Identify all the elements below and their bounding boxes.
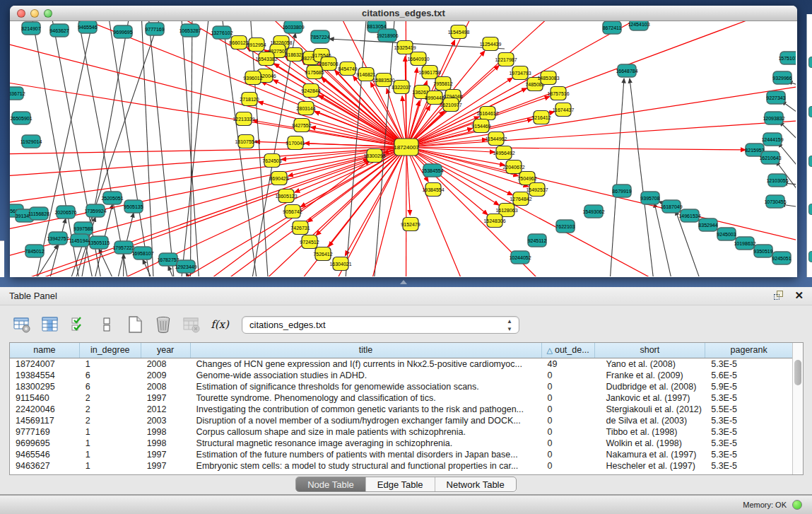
column-header-out_de[interactable]: △out_de... xyxy=(542,343,595,358)
graph-node[interactable]: 8427552 xyxy=(292,119,311,132)
graph-node[interactable]: 9175685 xyxy=(305,66,324,79)
graph-node[interactable]: 8454749 xyxy=(338,62,357,76)
graph-node[interactable]: 12213339 xyxy=(233,112,254,126)
graph-node[interactable]: 9395708 xyxy=(640,192,659,204)
graph-node[interactable]: 11545498 xyxy=(448,25,470,39)
graph-node[interactable]: 14853083 xyxy=(537,71,559,85)
graph-node[interactable]: 17359924 xyxy=(84,204,106,217)
graph-node[interactable]: 9242844 xyxy=(301,84,320,98)
tab-node-table[interactable]: Node Table xyxy=(296,477,366,491)
graph-node[interactable]: 10244052 xyxy=(509,251,531,264)
graph-node[interactable]: 15751074 xyxy=(778,52,796,64)
graph-node[interactable]: 19218906 xyxy=(376,29,398,42)
graph-node[interactable]: 9397588 xyxy=(73,222,93,235)
column-checklist-icon[interactable] xyxy=(68,314,89,335)
graph-node[interactable]: 13942757 xyxy=(47,232,69,245)
graph-node[interactable]: 9245051 xyxy=(772,252,791,264)
graph-node[interactable]: 8690423 xyxy=(269,172,288,185)
table-row[interactable]: 946362711997Embryonic stem cells: a mode… xyxy=(10,460,792,472)
graph-node[interactable]: 9699695 xyxy=(113,25,132,38)
split-pane-handle-icon[interactable] xyxy=(400,280,407,284)
tab-edge-table[interactable]: Edge Table xyxy=(366,477,435,491)
graph-node[interactable]: 11929014 xyxy=(20,135,42,148)
graph-node[interactable]: 12444159 xyxy=(761,133,783,146)
graph-node[interactable]: 7622103 xyxy=(555,220,575,233)
graph-node[interactable]: 12217987 xyxy=(495,53,517,66)
table-row[interactable]: 911546021997Tourette syndrome. Phenomeno… xyxy=(10,392,792,404)
graph-node[interactable]: 8672411 xyxy=(603,21,622,34)
graph-node[interactable]: 11156828 xyxy=(28,207,49,220)
graph-node[interactable]: 8679919 xyxy=(612,185,631,197)
graph-node[interactable]: 10198632 xyxy=(734,237,755,250)
table-row[interactable]: 1830029562008Estimation of significance … xyxy=(10,381,792,392)
table-row[interactable]: 1456911722003Disruption of a novel membe… xyxy=(10,415,792,426)
graph-node[interactable]: 14961534 xyxy=(678,209,700,222)
float-panel-icon[interactable] xyxy=(774,290,784,300)
table-row[interactable]: 2242004622012Investigating the contribut… xyxy=(10,404,792,415)
graph-node[interactable]: 9245112 xyxy=(528,234,547,247)
graph-node[interactable]: 16640910 xyxy=(407,52,429,66)
graph-node[interactable]: 12103055 xyxy=(766,174,788,187)
graph-node[interactable]: 14956492 xyxy=(493,146,514,160)
graph-node[interactable]: 9350519 xyxy=(753,245,772,257)
graph-node[interactable]: 16304021 xyxy=(329,257,351,271)
graph-node[interactable]: 9724512 xyxy=(300,235,319,249)
graph-node[interactable]: 9170041 xyxy=(286,136,305,150)
graph-node[interactable]: 12093832 xyxy=(763,112,784,124)
table-row[interactable]: 1938455462009Genome-wide association stu… xyxy=(10,370,792,381)
graph-node[interactable]: 7857224 xyxy=(310,30,329,43)
network-canvas[interactable]: 8660123891295418226058982750316543382818… xyxy=(10,21,796,276)
graph-node[interactable]: 16648784 xyxy=(616,64,637,77)
graph-node[interactable]: 7426731 xyxy=(290,221,310,235)
graph-node[interactable]: 10653287 xyxy=(179,24,201,37)
graph-node[interactable]: 2803144 xyxy=(296,102,315,115)
table-vertical-scrollbar[interactable] xyxy=(792,343,803,474)
graph-node[interactable]: 9329966 xyxy=(772,71,792,84)
graph-node[interactable]: 13605123 xyxy=(275,189,297,203)
graph-node[interactable]: 9463627 xyxy=(49,24,69,37)
graph-node[interactable]: 10730455 xyxy=(764,195,786,208)
graph-node[interactable]: 12764842 xyxy=(510,192,531,206)
graph-node[interactable]: 16164612 xyxy=(476,107,498,120)
graph-node[interactable]: 9152479 xyxy=(401,218,420,231)
graph-node[interactable]: 16187049 xyxy=(660,200,682,213)
graph-node[interactable]: 15493062 xyxy=(582,205,604,218)
delete-table-icon[interactable] xyxy=(181,314,202,335)
scrollbar-thumb[interactable] xyxy=(794,360,801,385)
column-header-name[interactable]: name xyxy=(10,343,80,358)
table-row[interactable]: 977716911998Corpus callosum shape and si… xyxy=(10,426,792,438)
column-header-title[interactable]: title xyxy=(191,343,542,358)
graph-node[interactable]: 9465546 xyxy=(78,21,97,33)
close-panel-icon[interactable]: ✕ xyxy=(794,290,804,300)
graph-node[interactable]: 16210977 xyxy=(440,98,461,112)
graph-node[interactable]: 25205051 xyxy=(101,192,123,204)
graph-node[interactable]: 13505115 xyxy=(88,236,110,249)
graph-node[interactable]: 7845012 xyxy=(25,245,44,257)
graph-node[interactable]: 16033809 xyxy=(282,21,304,33)
show-columns-icon[interactable] xyxy=(40,314,61,335)
column-header-short[interactable]: short xyxy=(595,343,706,358)
graph-node[interactable]: 19384554 xyxy=(422,183,444,197)
graph-node[interactable]: 9245003 xyxy=(717,228,736,240)
graph-node[interactable]: 7526412 xyxy=(313,247,332,261)
graph-node[interactable]: 9056742 xyxy=(283,205,302,218)
table-source-select[interactable]: citations_edges.txt ▲▼ xyxy=(242,316,519,334)
graph-node[interactable]: 11674437 xyxy=(553,103,575,117)
graph-node[interactable]: 15248306 xyxy=(483,214,505,228)
graph-node[interactable]: 12454103 xyxy=(628,21,649,30)
graph-node[interactable]: 9396012 xyxy=(243,71,262,85)
column-header-in_degree[interactable]: in_degree xyxy=(80,343,141,358)
function-builder-icon[interactable]: f(x) xyxy=(209,314,230,335)
graph-node[interactable]: 13276102 xyxy=(211,26,233,39)
graph-node[interactable]: 7624503 xyxy=(262,154,281,168)
graph-node[interactable]: 18724007 xyxy=(394,139,419,156)
graph-node[interactable]: 16958107 xyxy=(131,247,153,259)
graph-node[interactable]: 26505901 xyxy=(10,112,32,124)
graph-node[interactable]: 11254439 xyxy=(480,37,502,51)
column-header-pagerank[interactable]: pagerank xyxy=(705,343,792,358)
graph-node[interactable]: 7955812 xyxy=(433,77,452,90)
graph-node[interactable]: 15384554 xyxy=(421,164,443,177)
graph-node[interactable]: 3216412 xyxy=(531,111,551,124)
new-document-icon[interactable] xyxy=(124,314,146,335)
graph-node[interactable]: 2718120 xyxy=(240,93,259,106)
